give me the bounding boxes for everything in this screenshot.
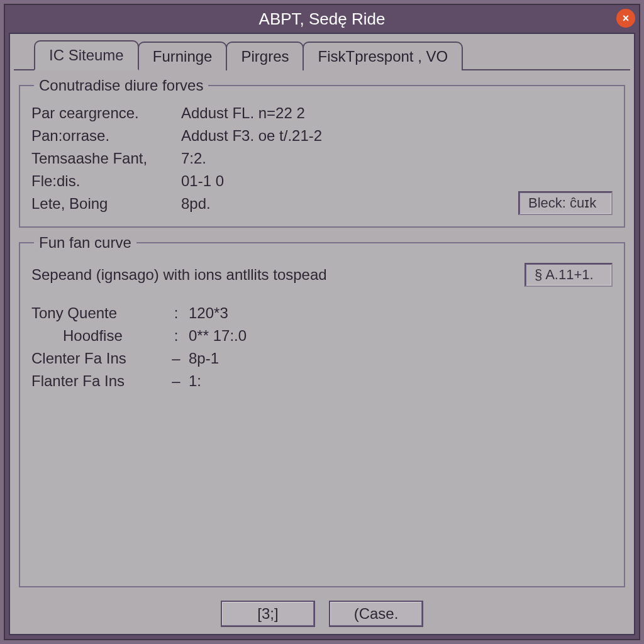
g2-sep-2: – <box>169 350 184 367</box>
group-legend-2: Fun fan curve <box>34 234 136 252</box>
g1-value-0: Addust FL. n=22 2 <box>181 104 613 122</box>
titlebar: ABPT, Sedę Ride × <box>5 5 639 33</box>
tab-1[interactable]: Furninge <box>138 42 228 70</box>
g1-row-1: Pan:orrase.Addust F3. oe t/.21-2 <box>31 125 613 147</box>
g2-value-0: 120*3 <box>189 304 228 322</box>
g1-label-4: Lete, Boing <box>31 195 176 213</box>
g2-row-0: Tony Quente:120*3 <box>31 302 613 325</box>
window-title: ABPT, Sedę Ride <box>259 9 386 29</box>
g2-label-2: Clenter Fa Ins <box>31 350 164 367</box>
tab-row: IC SiteumeFurningePirgresFiskTprespont ,… <box>10 34 634 69</box>
bleck-button[interactable]: Bleck: ĉuɪk <box>518 191 613 215</box>
g2-row-3: Flanter Fa Ins–1: <box>31 370 613 392</box>
g2-label-0: Tony Quente <box>31 304 164 322</box>
tab-2[interactable]: Pirgres <box>226 42 304 70</box>
g2-label-3: Flanter Fa Ins <box>31 372 164 390</box>
g1-value-1: Addust F3. oe t/.21-2 <box>181 127 613 145</box>
close-icon[interactable]: × <box>616 9 635 28</box>
g1-label-0: Par ceargrence. <box>31 104 176 122</box>
g1-row-2: Temsaashe Fant,7:2. <box>31 147 613 170</box>
g2-value-2: 8p-1 <box>189 350 219 367</box>
g2-row-1: Hoodfise:0** 17:.0 <box>31 325 613 347</box>
tab-content: Conutradise diure forves Par ceargrence.… <box>10 70 634 594</box>
g1-value-3: 01-1 0 <box>181 172 613 190</box>
group-legend-1: Conutradise diure forves <box>34 77 208 94</box>
g1-label-1: Pan:orrase. <box>31 127 176 145</box>
dialog-window: ABPT, Sedę Ride × IC SiteumeFurningePirg… <box>4 4 640 640</box>
ok-button[interactable]: [3;] <box>221 601 315 627</box>
tab-3[interactable]: FiskTprespont , VO <box>303 42 463 70</box>
g2-sep-1: : <box>169 327 184 345</box>
group-fan-curve: Fun fan curve Sepeand (ignsago) with ion… <box>19 234 625 587</box>
tab-0[interactable]: IC Siteume <box>34 40 139 70</box>
sepeand-button[interactable]: § A.11+1. <box>525 263 613 287</box>
g1-label-3: Fle:dis. <box>31 172 176 190</box>
g2-sep-0: : <box>169 304 184 322</box>
g1-label-2: Temsaashe Fant, <box>31 150 176 167</box>
g2-row-2: Clenter Fa Ins–8p-1 <box>31 347 613 370</box>
window-body: IC SiteumeFurningePirgresFiskTprespont ,… <box>9 33 635 635</box>
g2-label-1: Hoodfise <box>31 327 164 345</box>
g1-row-0: Par ceargrence.Addust FL. n=22 2 <box>31 102 613 125</box>
group-conutradise: Conutradise diure forves Par ceargrence.… <box>19 77 625 228</box>
dialog-button-bar: [3;] (Case. <box>10 594 634 634</box>
cancel-button[interactable]: (Case. <box>329 601 423 627</box>
g2-value-3: 1: <box>189 372 201 390</box>
g2-sep-3: – <box>169 372 184 390</box>
g1-row-3: Fle:dis.01-1 0 <box>31 170 613 192</box>
sepeand-label: Sepeand (ignsago) with ions antllits tos… <box>31 266 327 284</box>
g1-value-2: 7:2. <box>181 150 613 167</box>
g2-value-1: 0** 17:.0 <box>189 327 247 345</box>
